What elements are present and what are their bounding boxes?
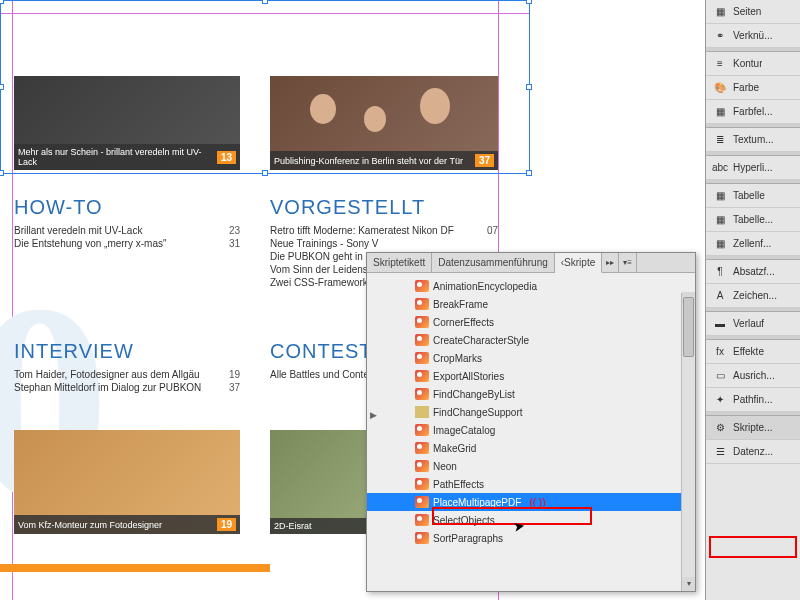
caption-number: 19 (217, 518, 236, 531)
panel-icon: ≡ (711, 57, 729, 71)
toc-text: Die Entstehung von „merry x-mas" (14, 238, 167, 249)
panel-item-verlauf[interactable]: ▬Verlauf (706, 312, 800, 336)
panel-item-absatzf[interactable]: ¶Absatzf... (706, 260, 800, 284)
script-icon (415, 298, 429, 310)
script-icon (415, 388, 429, 400)
script-createcharacterstyle[interactable]: CreateCharacterStyle (367, 331, 695, 349)
orange-bar (0, 564, 270, 572)
panel-item-ausrich[interactable]: ▭Ausrich... (706, 364, 800, 388)
panel-item-datenz[interactable]: ☰Datenz... (706, 440, 800, 464)
section-title-interview: INTERVIEW (14, 340, 240, 363)
script-imagecatalog[interactable]: ImageCatalog (367, 421, 695, 439)
script-icon (415, 442, 429, 454)
script-animationencyclopedia[interactable]: AnimationEncyclopedia (367, 277, 695, 295)
panel-item-tabelle[interactable]: ▦Tabelle... (706, 208, 800, 232)
script-findchangebylist[interactable]: FindChangeByList (367, 385, 695, 403)
toc-line[interactable]: Brillant veredeln mit UV-Lack23 (14, 225, 240, 236)
script-icon (415, 352, 429, 364)
panel-icon: ⚙ (711, 421, 729, 435)
script-icon (415, 496, 429, 508)
panel-item-farbe[interactable]: 🎨Farbe (706, 76, 800, 100)
scripts-panel[interactable]: Skriptetikett Datenzusammenführung ‹ Skr… (366, 252, 696, 592)
toc-line[interactable]: Retro tifft Moderne: Kameratest Nikon DF… (270, 225, 498, 236)
toc-text: Vom Sinn der Leidensch (270, 264, 378, 275)
script-neon[interactable]: Neon (367, 457, 695, 475)
panel-label: Ausrich... (733, 370, 775, 381)
panel-icon: ⚭ (711, 29, 729, 43)
panel-menu-prev[interactable]: ▸▸ (602, 253, 619, 272)
panel-icon: A (711, 289, 729, 303)
toc-line[interactable]: Tom Haider, Fotodesigner aus dem Allgäu1… (14, 369, 240, 380)
panel-item-pathfin[interactable]: ✦Pathfin... (706, 388, 800, 412)
script-placemultipagepdf[interactable]: PlaceMultipagePDF(( )) (367, 493, 695, 511)
panel-item-tabelle[interactable]: ▦Tabelle (706, 184, 800, 208)
script-sortparagraphs[interactable]: SortParagraphs (367, 529, 695, 547)
panel-label: Textum... (733, 134, 774, 145)
panel-item-seiten[interactable]: ▦Seiten (706, 0, 800, 24)
panel-icon: ▦ (711, 189, 729, 203)
script-icon (415, 478, 429, 490)
expand-triangle[interactable]: ▶ (370, 410, 377, 420)
scroll-thumb[interactable] (683, 297, 694, 357)
script-selectobjects[interactable]: SelectObjects (367, 511, 695, 529)
caption-text: Mehr als nur Schein - brillant veredeln … (18, 147, 217, 167)
script-name: SelectObjects (433, 515, 495, 526)
panel-item-skripte[interactable]: ⚙Skripte... (706, 416, 800, 440)
script-icon (415, 334, 429, 346)
panel-item-zellenf[interactable]: ▦Zellenf... (706, 232, 800, 256)
article-image-1[interactable]: Mehr als nur Schein - brillant veredeln … (14, 76, 240, 170)
section-title-howto: HOW-TO (14, 196, 240, 219)
script-exportallstories[interactable]: ExportAllStories (367, 367, 695, 385)
panel-icon: ▦ (711, 237, 729, 251)
tab-datenzusammenfuehrung[interactable]: Datenzusammenführung (432, 253, 555, 272)
panel-icon: ≣ (711, 133, 729, 147)
panel-icon: abc (711, 161, 729, 175)
script-name: CornerEffects (433, 317, 494, 328)
panel-label: Skripte... (733, 422, 772, 433)
script-cornereffects[interactable]: CornerEffects (367, 313, 695, 331)
script-icon (415, 514, 429, 526)
tab-skriptetikett[interactable]: Skriptetikett (367, 253, 432, 272)
paren-indicator: (( )) (529, 497, 545, 508)
scrollbar[interactable]: ▴ ▾ (681, 293, 695, 591)
toc-line[interactable]: Neue Trainings - Sony V (270, 238, 498, 249)
script-name: FindChangeSupport (433, 407, 523, 418)
panel-label: Hyperli... (733, 162, 772, 173)
panel-item-kontur[interactable]: ≡Kontur (706, 52, 800, 76)
article-image-3[interactable]: Vom Kfz-Monteur zum Fotodesigner19 (14, 430, 240, 534)
toc-line[interactable]: Die Entstehung von „merry x-mas"31 (14, 238, 240, 249)
panel-item-farbfel[interactable]: ▦Farbfel... (706, 100, 800, 124)
caption-number: 13 (217, 151, 236, 164)
panel-item-zeichen[interactable]: AZeichen... (706, 284, 800, 308)
panel-label: Absatzf... (733, 266, 775, 277)
panel-icon: ▦ (711, 213, 729, 227)
panel-menu[interactable]: ▾≡ (619, 253, 637, 272)
panel-icon: fx (711, 345, 729, 359)
panel-icon: ▭ (711, 369, 729, 383)
script-name: BreakFrame (433, 299, 488, 310)
article-image-2[interactable]: Publishing-Konferenz in Berlin steht vor… (270, 76, 498, 170)
script-findchangesupport[interactable]: FindChangeSupport (367, 403, 695, 421)
panel-icon: ▬ (711, 317, 729, 331)
toc-page: 37 (229, 382, 240, 393)
script-cropmarks[interactable]: CropMarks (367, 349, 695, 367)
panel-icon: ▦ (711, 105, 729, 119)
tab-skripte[interactable]: ‹ Skripte (555, 253, 602, 273)
panel-item-hyperli[interactable]: abcHyperli... (706, 156, 800, 180)
script-icon (415, 460, 429, 472)
script-name: AnimationEncyclopedia (433, 281, 537, 292)
panel-item-effekte[interactable]: fxEffekte (706, 340, 800, 364)
script-patheffects[interactable]: PathEffects (367, 475, 695, 493)
toc-text: Tom Haider, Fotodesigner aus dem Allgäu (14, 369, 200, 380)
toc-text: Alle Battles und Contes (270, 369, 374, 380)
panel-item-verkn[interactable]: ⚭Verknü... (706, 24, 800, 48)
script-breakframe[interactable]: BreakFrame (367, 295, 695, 313)
scroll-down[interactable]: ▾ (682, 577, 695, 591)
article-image-4[interactable]: 2D-Eisrat (270, 430, 380, 534)
panel-label: Farbfel... (733, 106, 772, 117)
script-makegrid[interactable]: MakeGrid (367, 439, 695, 457)
panel-label: Seiten (733, 6, 761, 17)
toc-line[interactable]: Stephan Mitteldorf im Dialog zur PUBKON3… (14, 382, 240, 393)
panel-item-textum[interactable]: ≣Textum... (706, 128, 800, 152)
toc-page: 07 (487, 225, 498, 236)
